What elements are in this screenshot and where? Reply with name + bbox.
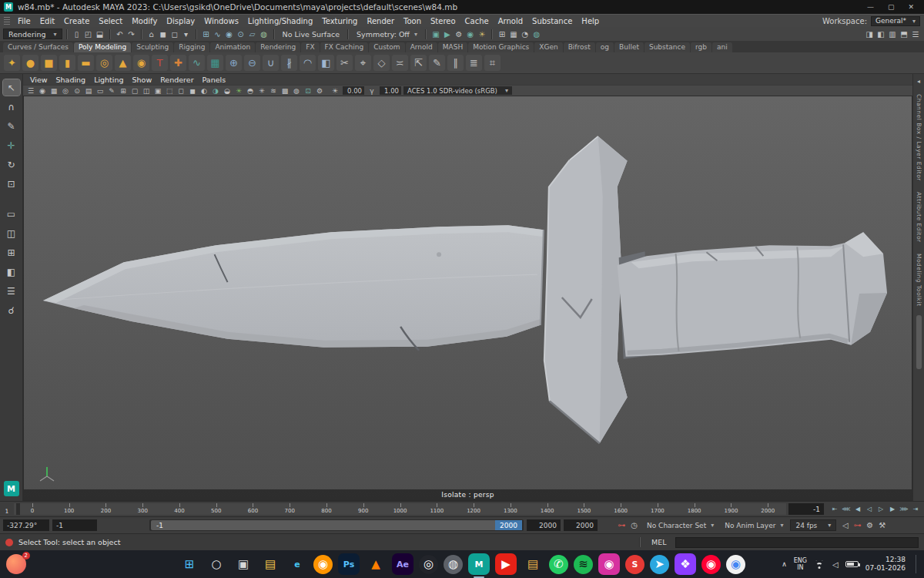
shelf-combine-icon[interactable]: ∪ (263, 55, 279, 71)
instagram-icon[interactable]: ◉ (598, 553, 620, 575)
animation-end-field[interactable]: 2000 (564, 519, 598, 531)
open-scene-icon[interactable]: ◰ (83, 29, 94, 39)
range-bar[interactable]: -1 2000 (149, 519, 524, 531)
shelf-tab[interactable]: Sculpting (132, 42, 173, 52)
set-key-icon[interactable]: ⊶ (616, 519, 628, 531)
plugin-icon[interactable]: ⚙ (314, 86, 325, 96)
rotate-tool[interactable]: ↻ (3, 156, 20, 173)
snap-curve-icon[interactable]: ∿ (213, 29, 223, 39)
stopwatch-icon[interactable]: ◷ (628, 519, 640, 531)
panel-menu-item[interactable]: View (26, 76, 52, 84)
render-view-icon[interactable]: ▣ (430, 29, 441, 39)
shelf-tab[interactable]: Substance (644, 42, 690, 52)
shelf-disc-icon[interactable]: ◉ (133, 55, 149, 71)
exposure-field[interactable]: 0.00 (343, 86, 364, 95)
shutter-icon[interactable]: S (625, 555, 644, 574)
select-tool[interactable]: ↖ (3, 79, 20, 96)
photoshop-icon[interactable]: Ps (338, 553, 360, 575)
shelf-tab[interactable]: FX (301, 42, 319, 52)
shelf-cone-icon[interactable]: ▲ (115, 55, 131, 71)
timeline-tick[interactable]: 100 (51, 503, 88, 515)
anim-layer-menu[interactable]: No Anim Layer (721, 522, 787, 529)
shelf-tab[interactable]: Bullet (614, 42, 644, 52)
fps-menu[interactable]: 24 fps (790, 519, 836, 531)
shelf-smooth-icon[interactable]: ◠ (300, 55, 316, 71)
menu-set-select[interactable]: Rendering (3, 29, 62, 39)
panel-menu-item[interactable]: Renderer (156, 76, 197, 84)
divider[interactable] (347, 29, 349, 39)
zoom-tool-icon[interactable]: ☌ (3, 302, 20, 318)
play-forwards-button[interactable]: ▷ (875, 504, 886, 515)
panel-menu-item[interactable]: Shading (52, 76, 90, 84)
shelf-target-weld-icon[interactable]: ⌖ (355, 55, 371, 71)
vlc-icon[interactable]: ▲ (365, 553, 387, 575)
snap-grid-icon[interactable]: ⊞ (201, 29, 212, 39)
gate-mask-icon[interactable]: ▣ (152, 86, 163, 96)
globe-icon[interactable]: ◍ (531, 29, 542, 39)
shaded-icon[interactable]: ◑ (210, 86, 221, 96)
timeline-tick[interactable]: 300 (124, 503, 161, 515)
start-button[interactable]: ⊞ (179, 553, 200, 575)
image-plane-icon[interactable]: ▤ (83, 86, 94, 96)
sidebar-vertical-tab[interactable]: Attribute Editor (916, 192, 922, 243)
menu-item[interactable]: Lighting/Shading (243, 17, 317, 25)
shelf-tab[interactable]: rgb (691, 42, 711, 52)
sidebar-collapse-icon[interactable]: ◂ (917, 78, 920, 85)
lock-camera-icon[interactable]: ▦ (49, 86, 59, 96)
divider[interactable] (273, 29, 275, 39)
obs-icon[interactable]: ◎ (419, 555, 438, 574)
hammer-icon[interactable]: ⚒ (876, 519, 888, 531)
shelf-sweep-mesh-icon[interactable]: ∿ (189, 55, 205, 71)
shelf-crease-icon[interactable]: ⌗ (484, 55, 500, 71)
step-back-key-button[interactable]: ⋘ (841, 504, 852, 515)
grease-pencil-icon[interactable]: ✎ (106, 86, 117, 96)
select-hierarchy-icon[interactable]: ⌂ (146, 29, 157, 39)
shelf-cylinder-icon[interactable]: ▮ (59, 55, 75, 71)
divider[interactable] (196, 29, 197, 39)
viewport-canvas[interactable]: Isolate : persp (23, 96, 912, 501)
shelf-boolean-union-icon[interactable]: ⊕ (226, 55, 242, 71)
shelf-tab[interactable]: Poly Modeling (74, 42, 131, 52)
shelf-multi-cut-icon[interactable]: ✂ (336, 55, 353, 71)
shelf-tab[interactable]: Animation (210, 42, 255, 52)
volume-icon[interactable]: ◁ (832, 560, 839, 569)
shadows-icon[interactable]: ◓ (245, 86, 256, 96)
timeline-tick[interactable]: 1800 (676, 503, 713, 515)
anti-alias-icon[interactable]: ▩ (280, 86, 290, 96)
timeline-tick[interactable]: 1100 (418, 503, 455, 515)
outliner-toggle[interactable]: ☰ (910, 29, 921, 39)
divider[interactable] (66, 29, 68, 39)
bookmarks-icon[interactable]: ⊙ (72, 86, 82, 96)
shelf-boolean-difference-icon[interactable]: ⊖ (244, 55, 260, 71)
divider[interactable] (141, 29, 142, 39)
field-chart-icon[interactable]: ⬚ (164, 86, 175, 96)
clock[interactable]: 12:38 07-01-2026 (865, 556, 906, 573)
layout-four-pane-icon[interactable]: ⊞ (3, 244, 20, 260)
shelf-offset-edge-icon[interactable]: ≣ (466, 55, 482, 71)
shelf-sphere-icon[interactable]: ● (22, 55, 38, 71)
colorspace-select[interactable]: ACES 1.0 SDR-video (sRGB) (403, 86, 512, 95)
battery-icon[interactable] (845, 561, 859, 567)
timeline-ticks[interactable]: 0 100 200 300 400 500 600 700 800 (14, 503, 786, 515)
layout-single-icon[interactable]: ▭ (3, 206, 20, 222)
shelf-edge-loop-icon[interactable]: ∥ (447, 55, 464, 71)
mel-toggle[interactable]: MEL (648, 538, 670, 546)
shelf-tab[interactable]: Rendering (256, 42, 300, 52)
selection-mask-icon[interactable]: ▾ (181, 29, 192, 39)
menu-item[interactable]: Render (362, 17, 399, 25)
ao-icon[interactable]: ✳ (256, 86, 267, 96)
photos-icon[interactable]: ❖ (675, 553, 696, 575)
shelf-svg-icon[interactable]: ✚ (170, 55, 186, 71)
menu-item[interactable]: Select (94, 17, 127, 25)
snap-center-icon[interactable]: ⊙ (236, 29, 246, 39)
step-forward-key-button[interactable]: ⋙ (899, 504, 909, 515)
layout-two-pane-icon[interactable]: ◫ (3, 225, 20, 241)
mel-input[interactable] (675, 537, 919, 548)
safe-title-icon[interactable]: ◼ (187, 86, 198, 96)
close-button[interactable]: ✕ (908, 3, 914, 11)
panel-menu-item[interactable]: Show (129, 76, 156, 84)
layout-outliner-icon[interactable]: ◧ (3, 264, 20, 280)
chrome-icon[interactable]: ◉ (726, 555, 745, 574)
exposure-icon[interactable]: ☀ (330, 86, 340, 96)
hud-toggle-icon[interactable]: ▦ (508, 29, 519, 39)
